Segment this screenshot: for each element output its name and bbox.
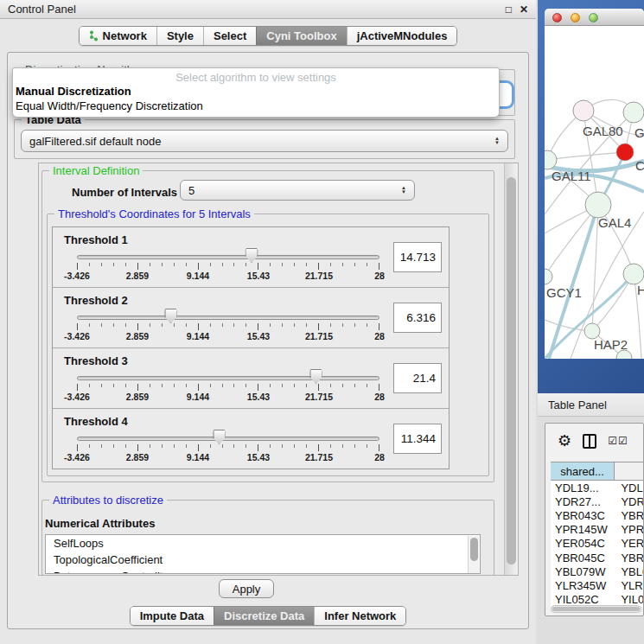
table-row[interactable]: YBL079W YBL0: [551, 564, 644, 578]
threshold-3-slider[interactable]: -3.426 2.859 9.144 15.43 21.715 28: [77, 367, 379, 405]
label-gcy1: GCY1: [546, 285, 582, 300]
table-row[interactable]: YDL19... YDL1: [551, 481, 644, 494]
top-tab-bar: Network Style Select Cyni Toolbox jActiv…: [0, 21, 536, 50]
label-edge-right: H: [637, 283, 644, 297]
numerical-attributes-label: Numerical Attributes: [45, 517, 155, 530]
table-panel-title: Table Panel: [548, 399, 607, 411]
slider-ticks: [77, 263, 379, 270]
slider-ticks: [77, 444, 379, 451]
split-table-icon[interactable]: [583, 434, 596, 449]
tab-select[interactable]: Select: [203, 27, 256, 45]
slider-ticks: [77, 384, 379, 391]
tab-impute-data[interactable]: Impute Data: [131, 607, 214, 625]
select-columns-checkboxes-icon[interactable]: ☑☑: [608, 435, 628, 447]
scrollbar-thumb[interactable]: [552, 607, 640, 611]
threshold-1-value-field[interactable]: 14.713: [393, 242, 442, 272]
tab-discretize-data[interactable]: Discretize Data: [214, 607, 314, 625]
table-row[interactable]: YLR345W YLR3: [551, 578, 644, 592]
list-item-topologicalcoefficient[interactable]: TopologicalCoefficient: [46, 552, 480, 568]
threshold-1-label: Threshold 1: [64, 233, 128, 246]
gear-icon[interactable]: ⚙: [558, 433, 571, 449]
close-traffic-light-icon[interactable]: [552, 13, 562, 22]
threshold-2-slider[interactable]: -3.426 2.859 9.144 15.43 21.715 28: [77, 307, 379, 345]
dropdown-option-equal-width-frequency[interactable]: Equal Width/Frequency Discretization: [13, 99, 499, 113]
node-gal4[interactable]: [585, 192, 611, 218]
tick-label: 15.43: [247, 392, 270, 402]
slider-thumb[interactable]: [309, 369, 322, 384]
table-row[interactable]: YER054C YER0: [551, 537, 644, 551]
node-edge-top[interactable]: [623, 102, 644, 123]
dropdown-placeholder-option[interactable]: Select algorithm to view settings: [13, 71, 499, 84]
label-gal80: GAL80: [583, 124, 623, 138]
threshold-3-value-field[interactable]: 21.4: [393, 363, 442, 393]
minimize-traffic-light-icon[interactable]: [571, 13, 580, 22]
zoom-traffic-light-icon[interactable]: [589, 13, 598, 22]
table-data-combo[interactable]: galFiltered.sif default node ▲▼: [21, 130, 508, 152]
slider-track[interactable]: [77, 255, 379, 259]
slider-thumb[interactable]: [164, 309, 177, 323]
table-horizontal-scrollbar[interactable]: [551, 605, 641, 613]
tick-label: 21.715: [305, 392, 333, 402]
slider-thumb[interactable]: [245, 248, 258, 263]
threshold-2-value-field[interactable]: 6.316: [393, 303, 442, 333]
scrollbar-thumb[interactable]: [470, 538, 478, 561]
number-of-intervals-combo[interactable]: 5 ▲▼: [180, 180, 415, 201]
slider-track[interactable]: [77, 376, 379, 380]
control-panel-titlebar: Control Panel □ ✕: [0, 0, 536, 19]
label-hap2: HAP2: [594, 337, 628, 352]
float-window-icon[interactable]: □: [506, 4, 512, 15]
node-selected-red[interactable]: [616, 143, 634, 161]
cell: YIL052C: [551, 593, 614, 606]
list-item-selfloops[interactable]: SelfLoops: [46, 535, 480, 552]
node-gal80[interactable]: [573, 100, 594, 121]
threshold-4-value-field[interactable]: 11.344: [393, 424, 442, 454]
table-row[interactable]: YDR27... YDR2: [551, 494, 644, 508]
table-panel: ⚙ ☑☑ shared... na YDL19... YDL1 YDR27...…: [545, 423, 644, 616]
tab-network[interactable]: Network: [80, 27, 156, 45]
threshold-1-slider[interactable]: -3.426 2.859 9.144 15.43 21.715 28: [77, 246, 379, 284]
table-data-selected: galFiltered.sif default node: [29, 135, 161, 148]
list-item-betweennesscentrality[interactable]: BetweennessCentrality: [46, 568, 480, 574]
tab-style-label: Style: [167, 29, 194, 42]
column-header-name[interactable]: na: [615, 462, 644, 480]
tab-cyni-toolbox[interactable]: Cyni Toolbox: [256, 27, 346, 45]
dropdown-option-manual-discretization[interactable]: Manual Discretization: [13, 84, 499, 99]
cell: YLR345W: [551, 579, 614, 592]
tab-jactivemnodules[interactable]: jActiveMNodules: [347, 27, 457, 45]
apply-button[interactable]: Apply: [219, 579, 274, 598]
slider-track[interactable]: [77, 316, 379, 320]
tab-infer-network[interactable]: Infer Network: [314, 607, 405, 625]
network-canvas[interactable]: GAL80 GA C GAL11 GAL4 GCY1 H HAP2: [545, 26, 644, 359]
slider-track[interactable]: [77, 437, 379, 441]
close-window-icon[interactable]: ✕: [520, 4, 528, 15]
tick-label: -3.426: [64, 271, 90, 281]
table-row[interactable]: YBR045C YBR0: [551, 551, 644, 564]
network-window-titlebar: [545, 9, 644, 26]
numerical-attributes-list[interactable]: SelfLoops TopologicalCoefficient Between…: [45, 534, 481, 574]
node-h[interactable]: [623, 264, 644, 284]
slider-thumb[interactable]: [213, 430, 226, 444]
threshold-row-4: Threshold 4 11.344 -3.426 2.859 9.144 15…: [53, 409, 449, 469]
node-gcy1[interactable]: [545, 269, 552, 284]
table-row[interactable]: YBR043C YBR0: [551, 508, 644, 522]
settings-vertical-scrollbar[interactable]: [504, 163, 518, 575]
tab-jactivemnodules-label: jActiveMNodules: [357, 29, 448, 42]
tick-label: 21.715: [305, 452, 333, 462]
table-row[interactable]: YPR145W YPR1: [551, 523, 644, 537]
cell: YBR0: [614, 509, 644, 522]
tick-label: 15.43: [247, 452, 270, 462]
cell: YDL19...: [551, 481, 614, 494]
column-header-shared-name[interactable]: shared...: [551, 462, 615, 480]
threshold-3-label: Threshold 3: [64, 354, 128, 367]
cell: YBL0: [614, 565, 644, 578]
tab-style[interactable]: Style: [156, 27, 203, 45]
network-graph: GAL80 GA C GAL11 GAL4 GCY1 H HAP2: [545, 26, 644, 359]
label-gal11: GAL11: [552, 169, 591, 183]
tick-label: 2.859: [126, 331, 149, 341]
table-body: YDL19... YDL1 YDR27... YDR2 YBR043C YBR0…: [551, 481, 644, 607]
number-of-intervals-label: Number of Intervals: [72, 186, 177, 199]
threshold-4-label: Threshold 4: [64, 415, 128, 428]
threshold-4-slider[interactable]: -3.426 2.859 9.144 15.43 21.715 28: [77, 428, 379, 466]
attributes-list-scrollbar[interactable]: [468, 536, 479, 574]
scrollbar-thumb[interactable]: [507, 177, 516, 564]
